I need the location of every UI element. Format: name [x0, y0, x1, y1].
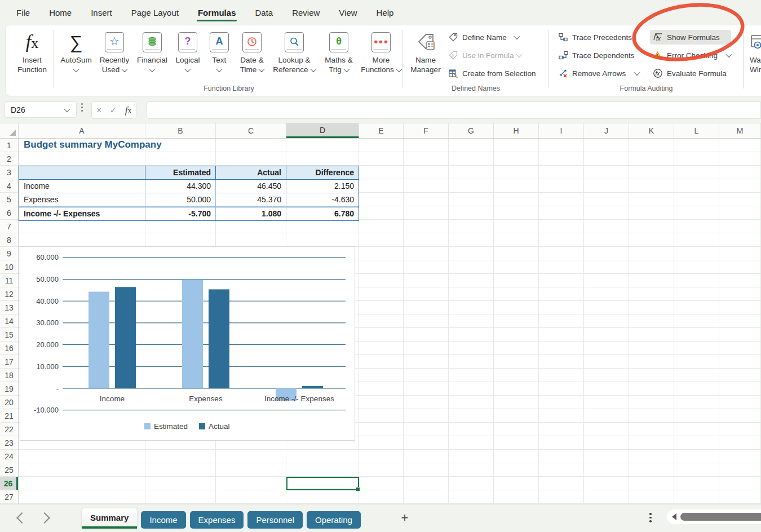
row-header-8[interactable]: 8 [0, 233, 18, 247]
name-manager-button[interactable]: Name Manager [408, 29, 443, 74]
table-cell[interactable]: -4.630 [286, 193, 359, 207]
row-header-10[interactable]: 10 [0, 260, 18, 274]
menu-tab-data[interactable]: Data [254, 6, 274, 20]
table-header-cell[interactable]: Difference [286, 166, 359, 180]
sheet-tab-summary[interactable]: Summary [82, 508, 137, 529]
column-header-J[interactable]: J [584, 123, 629, 138]
enter-check-icon[interactable]: ✓ [109, 105, 117, 116]
create-from-selection-button[interactable]: Create from Selection [448, 66, 536, 81]
logical-button[interactable]: ? Logical [172, 29, 203, 74]
column-header-E[interactable]: E [359, 123, 404, 138]
table-cell[interactable]: Expenses [19, 193, 145, 207]
row-header-9[interactable]: 9 [0, 247, 18, 260]
column-header-D[interactable]: D [286, 123, 359, 138]
embedded-chart[interactable]: 60.00050.00040.00030.00020.00010.000--10… [20, 246, 355, 441]
row-header-20[interactable]: 20 [0, 396, 18, 409]
sheet-nav-right-icon[interactable] [39, 512, 50, 524]
menu-tab-home[interactable]: Home [48, 6, 73, 20]
table-header-cell[interactable]: Estimated [145, 166, 216, 180]
date-time-button[interactable]: Date & Time [236, 29, 268, 74]
row-header-13[interactable]: 13 [0, 301, 18, 314]
table-cell[interactable]: 6.780 [286, 207, 359, 220]
menu-tab-view[interactable]: View [338, 6, 358, 20]
row-header-24[interactable]: 24 [0, 450, 18, 463]
row-header-26[interactable]: 26 [0, 477, 18, 490]
cancel-icon[interactable]: × [96, 105, 101, 116]
watch-window-button[interactable]: Wa Win [745, 29, 761, 74]
lookup-reference-button[interactable]: Lookup & Reference [271, 29, 318, 74]
insert-function-fx-icon[interactable]: fx [125, 105, 132, 116]
add-sheet-button[interactable]: + [397, 511, 412, 525]
row-header-19[interactable]: 19 [0, 382, 18, 396]
define-name-button[interactable]: Define Name [448, 30, 536, 45]
error-checking-button[interactable]: Error Checking [652, 48, 731, 63]
column-header-I[interactable]: I [539, 123, 584, 138]
row-header-5[interactable]: 5 [0, 193, 18, 206]
scrollbar-thumb[interactable] [680, 513, 761, 521]
text-button[interactable]: A Text [205, 29, 233, 74]
sheet-tab-operating[interactable]: Operating [307, 511, 361, 529]
column-header-F[interactable]: F [404, 123, 449, 138]
selected-cell-D26[interactable] [286, 477, 359, 490]
name-box[interactable]: D26 [5, 101, 77, 118]
trace-dependents-button[interactable]: Trace Dependents [558, 48, 639, 63]
select-all-corner[interactable] [0, 123, 19, 138]
row-header-25[interactable]: 25 [0, 463, 18, 477]
table-header-cell[interactable]: Actual [216, 166, 286, 180]
trace-precedents-button[interactable]: Trace Precedents [558, 30, 639, 45]
maths-trig-button[interactable]: θ Maths & Trig [320, 29, 357, 74]
table-cell[interactable]: 2.150 [286, 180, 359, 193]
row-header-7[interactable]: 7 [0, 220, 18, 233]
financial-button[interactable]: Financial [134, 29, 170, 74]
row-header-3[interactable]: 3 [0, 166, 18, 179]
table-cell[interactable]: Income -/- Expenses [19, 207, 145, 220]
fill-handle[interactable] [356, 487, 360, 491]
row-header-6[interactable]: 6 [0, 206, 18, 220]
row-header-16[interactable]: 16 [0, 342, 18, 355]
menu-tab-insert[interactable]: Insert [90, 6, 113, 20]
autosum-button[interactable]: ∑ AutoSum [57, 29, 95, 74]
table-cell[interactable]: Income [19, 180, 145, 193]
recently-used-button[interactable]: ☆ Recently Used [97, 29, 132, 74]
scroll-left-arrow-icon[interactable] [672, 513, 676, 520]
show-formulas-button[interactable]: fx Show Formulas [650, 30, 731, 45]
menu-tab-formulas[interactable]: Formulas [197, 6, 237, 20]
table-cell[interactable]: 46.450 [216, 180, 286, 193]
menu-tab-file[interactable]: File [15, 6, 31, 20]
cell-a1-title[interactable]: Budget summary MyCompany [24, 139, 165, 150]
row-header-17[interactable]: 17 [0, 355, 18, 369]
row-header-14[interactable]: 14 [0, 314, 18, 328]
formula-bar-drag-handle-icon[interactable] [81, 103, 83, 112]
row-header-21[interactable]: 21 [0, 409, 18, 423]
column-header-C[interactable]: C [216, 123, 286, 138]
row-header-4[interactable]: 4 [0, 179, 18, 193]
row-header-23[interactable]: 23 [0, 436, 18, 450]
sheet-nav-left-icon[interactable] [16, 512, 28, 524]
table-cell[interactable]: -5.700 [145, 207, 216, 220]
column-header-B[interactable]: B [145, 123, 216, 138]
table-cell[interactable]: 1.080 [216, 207, 286, 220]
column-header-M[interactable]: M [719, 123, 761, 138]
row-header-1[interactable]: 1 [0, 139, 18, 152]
table-header-cell[interactable] [19, 166, 145, 180]
table-cell[interactable]: 44.300 [145, 180, 216, 193]
row-header-15[interactable]: 15 [0, 328, 18, 342]
column-header-L[interactable]: L [674, 123, 719, 138]
row-header-11[interactable]: 11 [0, 274, 18, 287]
sheet-tab-expenses[interactable]: Expenses [190, 511, 244, 529]
menu-tab-page-layout[interactable]: Page Layout [130, 6, 180, 20]
column-header-H[interactable]: H [494, 123, 539, 138]
menu-tab-help[interactable]: Help [375, 6, 395, 20]
formula-input[interactable] [147, 101, 761, 119]
tabbar-options-dots-icon[interactable] [649, 513, 652, 522]
row-header-22[interactable]: 22 [0, 423, 18, 436]
insert-function-button[interactable]: fx Insert Function [10, 29, 54, 74]
column-header-G[interactable]: G [449, 123, 494, 138]
menu-tab-review[interactable]: Review [291, 6, 321, 20]
sheet-tab-income[interactable]: Income [141, 511, 185, 529]
column-header-K[interactable]: K [629, 123, 674, 138]
row-header-2[interactable]: 2 [0, 152, 18, 166]
budget-table[interactable]: EstimatedActualDifferenceIncome44.30046.… [19, 166, 359, 221]
row-header-18[interactable]: 18 [0, 369, 18, 382]
evaluate-formula-button[interactable]: fx Evaluate Formula [652, 66, 731, 81]
